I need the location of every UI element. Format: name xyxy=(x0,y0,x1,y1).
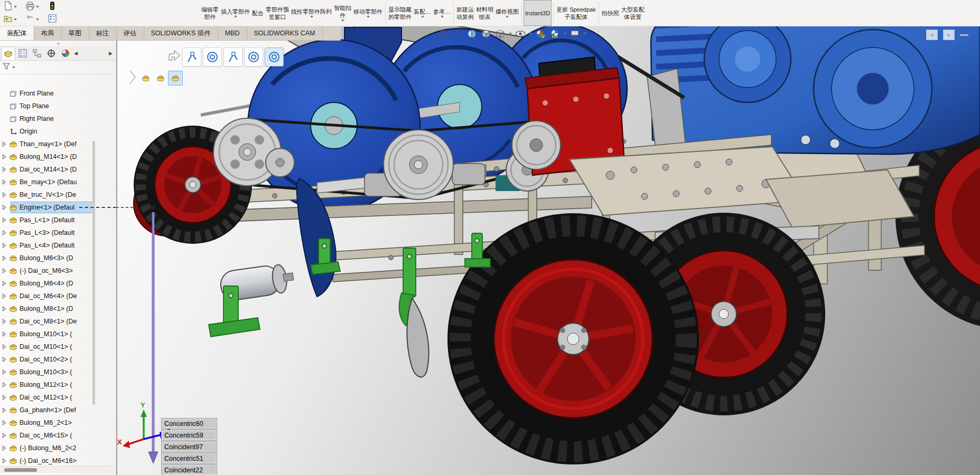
mate-concentric-button[interactable] xyxy=(244,48,263,66)
collapse-right-button[interactable]: ▸ xyxy=(943,30,955,40)
expand-arrow-icon[interactable] xyxy=(0,319,8,324)
expand-arrow-icon[interactable] xyxy=(0,230,8,235)
breadcrumb-part-icon[interactable] xyxy=(168,71,183,86)
mate-callout[interactable]: Concentric60 xyxy=(162,419,217,429)
tree-item[interactable]: Bulong_M6<3> (D xyxy=(0,252,93,264)
tree-item[interactable]: Bulong_M8<1> (D xyxy=(0,302,93,315)
panel-grip[interactable] xyxy=(0,41,116,46)
tree-item[interactable]: Dai_oc_M6<4> (De xyxy=(0,290,93,302)
expand-arrow-icon[interactable] xyxy=(0,357,8,362)
new-document-dropdown-caret[interactable] xyxy=(14,6,17,8)
expand-arrow-icon[interactable] xyxy=(0,217,8,223)
component-preview-button[interactable]: 零部件预览窗口 xyxy=(265,0,290,26)
tab-markup[interactable]: 标注 xyxy=(89,26,117,40)
move-component-dropdown-caret[interactable] xyxy=(367,16,370,18)
tab-assembly[interactable]: 装配体 xyxy=(0,26,34,40)
linear-component-pattern-button[interactable]: 线性零部件阵列 xyxy=(290,0,333,26)
expand-arrow-icon[interactable] xyxy=(0,420,8,425)
expand-arrow-icon[interactable] xyxy=(0,445,8,451)
display-style-caret[interactable] xyxy=(509,33,512,35)
reference-geometry-button[interactable]: 参考… xyxy=(432,0,452,26)
expand-arrow-icon[interactable] xyxy=(0,281,8,286)
assembly-model[interactable]: Y X z xyxy=(116,26,980,475)
properties-icon[interactable] xyxy=(48,14,57,25)
tree-item[interactable]: Origin xyxy=(0,125,93,138)
tab-mbd[interactable]: MBD xyxy=(218,26,247,40)
print-icon[interactable] xyxy=(25,1,35,13)
bill-of-materials-button[interactable]: 材料明细表 xyxy=(475,0,494,26)
zoom-fit-icon[interactable] xyxy=(437,28,449,40)
hide-show-items-icon[interactable] xyxy=(515,28,526,40)
linear-component-pattern-dropdown-caret[interactable] xyxy=(310,16,313,18)
tree-vertical-scrollbar[interactable] xyxy=(92,141,95,405)
breadcrumb-part-icon[interactable] xyxy=(138,71,153,86)
edit-component-button[interactable]: 编辑零部件 xyxy=(200,0,220,26)
tree-item[interactable]: Top Plane xyxy=(0,100,93,112)
assembly-features-button[interactable]: 装配… xyxy=(413,0,432,26)
expand-arrow-icon[interactable] xyxy=(0,407,8,413)
breadcrumb-part-icon[interactable] xyxy=(153,71,168,86)
mate-callout[interactable]: Concentric59 xyxy=(162,430,217,440)
undo-dropdown-caret[interactable] xyxy=(36,18,39,21)
new-motion-study-button[interactable]: 新建运动算例 xyxy=(455,0,475,26)
apply-scene-icon[interactable] xyxy=(549,28,561,40)
tree-item[interactable]: Pas_L<4> (Default xyxy=(0,239,93,252)
expand-arrow-icon[interactable] xyxy=(0,369,8,375)
panel-splitter[interactable] xyxy=(116,41,117,475)
configurationmanager-tab[interactable] xyxy=(44,46,58,60)
mate-coincident-button[interactable] xyxy=(223,48,242,66)
tree-item[interactable]: Dai_oc_M12<1> ( xyxy=(0,391,93,404)
hide-show-items-caret[interactable] xyxy=(529,33,532,35)
take-snapshot-button[interactable]: 拍快照 xyxy=(601,0,620,26)
tree-item[interactable]: Than_may<1> (Def xyxy=(0,138,93,150)
tab-cam[interactable]: SOLIDWORKS CAM xyxy=(247,26,323,40)
mate-callout[interactable]: Coincident22 xyxy=(162,465,217,475)
mate-coincident-button[interactable] xyxy=(182,48,201,66)
print-dropdown-caret[interactable] xyxy=(36,6,39,8)
expand-arrow-icon[interactable] xyxy=(0,344,8,349)
panel-tab-scroll-left[interactable]: ◀ xyxy=(72,46,79,60)
expand-arrow-icon[interactable] xyxy=(0,268,8,273)
expand-arrow-icon[interactable] xyxy=(0,141,8,147)
insert-component-dropdown-caret[interactable] xyxy=(234,16,237,18)
tree-item[interactable]: Right Plane xyxy=(0,112,93,125)
tree-item[interactable]: Dai_oc_M8<1> (De xyxy=(0,315,93,328)
undo-icon[interactable] xyxy=(25,14,35,25)
assembly-features-dropdown-caret[interactable] xyxy=(421,16,424,18)
mate-callout[interactable]: Coincident97 xyxy=(162,442,217,452)
large-assembly-settings-button[interactable]: 大型装配体设置 xyxy=(620,0,646,26)
apply-scene-caret[interactable] xyxy=(563,33,566,35)
instant3d-drag-arrow[interactable] xyxy=(148,212,158,463)
expand-arrow-icon[interactable] xyxy=(0,205,8,210)
tree-item[interactable]: Be_truc_IV<1> (De xyxy=(0,188,93,201)
view-settings-icon[interactable] xyxy=(569,28,581,40)
open-document-icon[interactable] xyxy=(3,14,13,25)
expand-arrow-icon[interactable] xyxy=(0,255,8,261)
tree-item[interactable]: Bulong_M6<4> (D xyxy=(0,277,93,290)
expand-arrow-icon[interactable] xyxy=(0,306,8,311)
tree-item[interactable]: (-) Dai_oc_M6<16> xyxy=(0,454,93,467)
section-view-icon[interactable] xyxy=(466,28,478,40)
tree-item[interactable]: Dai_oc_M14<1> (D xyxy=(0,163,93,176)
exploded-view-button[interactable]: 爆炸视图 xyxy=(494,0,520,26)
tree-item[interactable]: Dai_oc_M10<2> ( xyxy=(0,353,93,366)
minimize-strip[interactable] xyxy=(960,34,968,36)
mate-callout[interactable]: Concentric51 xyxy=(162,453,217,463)
expand-arrow-icon[interactable] xyxy=(0,458,8,463)
move-component-button[interactable]: 移动零部件 xyxy=(352,0,384,26)
filter-icon[interactable] xyxy=(3,63,11,72)
tab-evaluate[interactable]: 评估 xyxy=(117,26,144,40)
tree-hscroll-thumb[interactable] xyxy=(4,468,37,472)
front-right-wheel[interactable] xyxy=(447,213,699,464)
expand-arrow-icon[interactable] xyxy=(0,167,8,172)
smart-fasteners-button[interactable]: 智能扣件 xyxy=(333,0,352,26)
open-document-dropdown-caret[interactable] xyxy=(14,18,17,21)
view-orientation-icon[interactable] xyxy=(480,28,492,40)
new-document-icon[interactable] xyxy=(3,1,13,13)
performance-icon[interactable] xyxy=(48,1,57,13)
tree-item[interactable]: Front Plane xyxy=(0,87,93,100)
display-style-icon[interactable] xyxy=(494,28,506,40)
expand-arrow-icon[interactable] xyxy=(0,192,8,197)
expand-arrow-icon[interactable] xyxy=(0,331,8,337)
expand-arrow-icon[interactable] xyxy=(0,179,8,185)
